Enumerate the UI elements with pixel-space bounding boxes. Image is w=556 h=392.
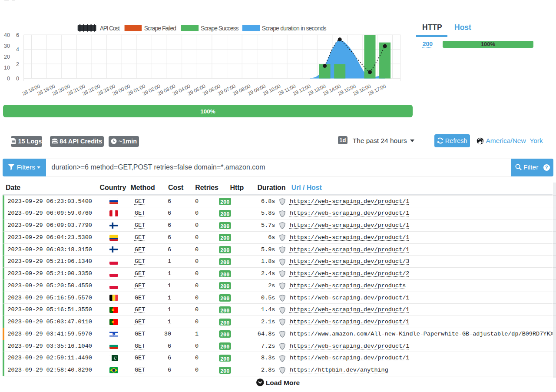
svg-text:40: 40	[4, 32, 10, 38]
svg-text:API Cost: API Cost	[100, 25, 120, 32]
svg-text:Scrape duration in seconds: Scrape duration in seconds	[262, 25, 327, 32]
svg-text:6: 6	[16, 32, 19, 38]
svg-text:0: 0	[7, 76, 10, 82]
svg-text:20: 20	[4, 54, 10, 60]
svg-text:2: 2	[16, 61, 19, 67]
svg-text:0: 0	[16, 76, 19, 82]
svg-text:Scrape Success: Scrape Success	[201, 25, 239, 32]
svg-text:Scrape Failed: Scrape Failed	[144, 25, 176, 32]
svg-text:30: 30	[4, 43, 10, 49]
svg-text:4: 4	[16, 47, 19, 53]
svg-text:29 17:00: 29 17:00	[367, 83, 387, 97]
svg-text:✡: ✡	[112, 332, 116, 336]
svg-text:10: 10	[4, 65, 10, 71]
